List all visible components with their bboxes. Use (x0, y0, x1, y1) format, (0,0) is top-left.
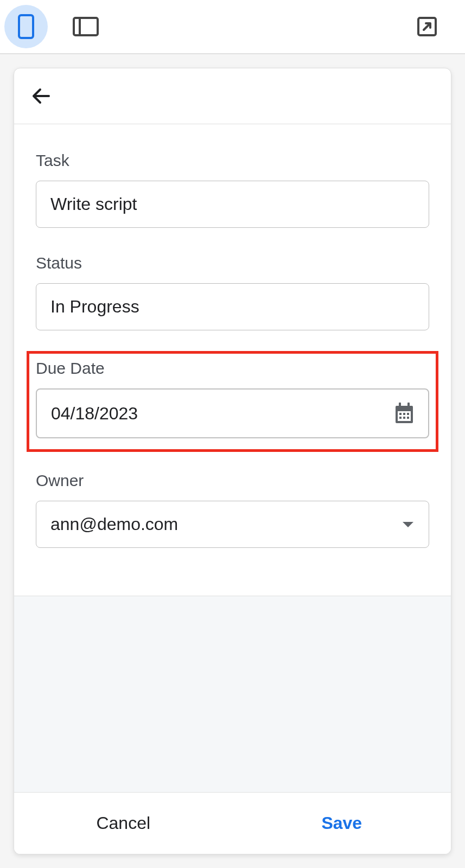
tablet-icon (73, 17, 99, 36)
svg-rect-10 (407, 413, 409, 415)
owner-select[interactable]: ann@demo.com (36, 501, 429, 548)
arrow-left-icon (30, 85, 53, 107)
tablet-view-button[interactable] (64, 5, 107, 48)
due-date-field-group: Due Date 04/18/2023 (27, 351, 438, 452)
svg-rect-9 (403, 413, 405, 415)
card-footer: Cancel Save (14, 792, 451, 854)
toolbar-left (4, 5, 107, 48)
svg-rect-5 (398, 411, 411, 421)
status-input[interactable]: In Progress (36, 283, 429, 330)
card-spacer (14, 596, 451, 792)
mobile-view-button[interactable] (4, 5, 48, 48)
owner-field-group: Owner ann@demo.com (36, 471, 429, 548)
due-date-input[interactable]: 04/18/2023 (36, 388, 429, 438)
task-input[interactable]: Write script (36, 181, 429, 228)
owner-label: Owner (36, 471, 429, 490)
calendar-icon (394, 403, 414, 424)
svg-rect-6 (399, 403, 401, 408)
svg-rect-11 (399, 417, 402, 419)
card-body: Task Write script Status In Progress Due… (14, 124, 451, 596)
form-card: Task Write script Status In Progress Due… (14, 68, 451, 854)
svg-rect-7 (407, 403, 410, 408)
preview-area: Task Write script Status In Progress Due… (0, 54, 465, 868)
task-label: Task (36, 151, 429, 170)
svg-rect-12 (403, 417, 405, 419)
task-field-group: Task Write script (36, 151, 429, 228)
chevron-down-icon (402, 521, 415, 528)
cancel-button[interactable]: Cancel (14, 793, 233, 854)
status-value: In Progress (50, 297, 139, 317)
task-value: Write script (50, 194, 137, 214)
preview-toolbar (0, 0, 465, 54)
save-button[interactable]: Save (233, 793, 451, 854)
svg-rect-1 (74, 18, 98, 35)
status-label: Status (36, 254, 429, 272)
external-link-icon (416, 16, 438, 37)
mobile-icon (18, 14, 34, 39)
svg-rect-8 (399, 413, 402, 415)
owner-value: ann@demo.com (50, 514, 178, 534)
card-header (14, 68, 451, 124)
due-date-label: Due Date (36, 359, 429, 378)
svg-rect-0 (19, 15, 33, 38)
back-button[interactable] (30, 85, 435, 107)
status-field-group: Status In Progress (36, 254, 429, 330)
due-date-value: 04/18/2023 (51, 404, 138, 424)
open-external-button[interactable] (405, 5, 449, 48)
svg-rect-13 (407, 417, 409, 419)
